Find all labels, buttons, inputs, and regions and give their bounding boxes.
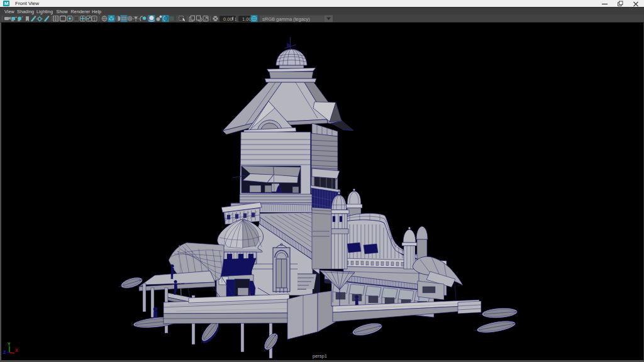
svg-text:Z: Z: [3, 350, 6, 354]
svg-text:0.00: 0.00: [223, 16, 233, 22]
svg-text:X: X: [15, 348, 18, 353]
svg-text:sRGB gamma (legacy): sRGB gamma (legacy): [262, 16, 310, 22]
svg-text:T: T: [93, 17, 96, 21]
svg-text:1: 1: [235, 17, 237, 21]
svg-text:1.00: 1.00: [242, 16, 252, 22]
svg-text:Y: Y: [8, 342, 11, 346]
